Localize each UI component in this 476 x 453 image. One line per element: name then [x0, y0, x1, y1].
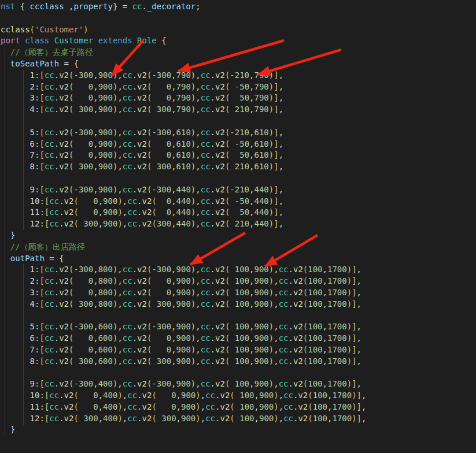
code-line: 4:[cc.v2( 300,900),cc.v2( 300,790),cc.v2…	[1, 104, 366, 116]
code-line: 11:[cc.v2( 0,900),cc.v2( 0,440),cc.v2( 5…	[1, 207, 366, 218]
code-line: //（顾客）去桌子路径	[1, 47, 366, 58]
code-line: 12:[cc.v2( 300,900),cc.v2(300,440),cc.v2…	[1, 218, 366, 230]
code-line: }	[1, 230, 366, 242]
code-line: 12:[cc.v2( 300,400),cc.v2( 300,900),cc.v…	[1, 413, 366, 425]
code-line: //（顾客）出店路径	[1, 242, 366, 253]
code-line: 1:[cc.v2(-300,800),cc.v2(-300,900),cc.v2…	[1, 264, 366, 276]
code-editor[interactable]: nst { ccclass ,property} = cc._decorator…	[1, 1, 366, 447]
code-line: 11:[cc.v2( 0,400),cc.v2( 0,900),cc.v2( 1…	[1, 402, 366, 413]
code-line: outPath = {	[1, 253, 366, 265]
code-line: toSeatPath = {	[1, 58, 366, 70]
code-line	[1, 116, 366, 127]
code-line: 9:[cc.v2(-300,900),cc.v2(-300,440),cc.v2…	[1, 184, 366, 196]
code-line: }	[1, 424, 366, 436]
code-line: 1:[cc.v2(-300,900),cc.v2(-300,790),cc.v2…	[1, 70, 366, 81]
code-line: 10:[cc.v2( 0,900),cc.v2( 0,440),cc.v2( -…	[1, 196, 366, 207]
code-line	[1, 310, 366, 322]
code-line: nst { ccclass ,property} = cc._decorator…	[1, 1, 366, 13]
code-line: 3:[cc.v2( 0,900),cc.v2( 0,790),cc.v2( 50…	[1, 92, 366, 104]
code-line	[1, 436, 366, 447]
code-line: 8:[cc.v2( 300,900),cc.v2( 300,610),cc.v2…	[1, 161, 366, 173]
code-line	[1, 13, 366, 24]
code-line: 3:[cc.v2( 0,800),cc.v2( 0,900),cc.v2( 10…	[1, 287, 366, 299]
code-line: 6:[cc.v2( 0,900),cc.v2( 0,610),cc.v2( -5…	[1, 139, 366, 150]
code-line	[1, 367, 366, 379]
code-line: 5:[cc.v2(-300,900),cc.v2(-300,610),cc.v2…	[1, 127, 366, 139]
code-line: 9:[cc.v2(-300,400),cc.v2(-300,900),cc.v2…	[1, 378, 366, 390]
code-line: 7:[cc.v2( 0,600),cc.v2( 0,900),cc.v2( 10…	[1, 344, 366, 356]
code-line	[1, 173, 366, 184]
code-line: 5:[cc.v2(-300,600),cc.v2(-300,900),cc.v2…	[1, 321, 366, 333]
code-line: 2:[cc.v2( 0,900),cc.v2( 0,790),cc.v2( -5…	[1, 81, 366, 93]
code-line: 4:[cc.v2( 300,800),cc.v2( 300,900),cc.v2…	[1, 299, 366, 310]
code-line: 2:[cc.v2( 0,800),cc.v2( 0,900),cc.v2( 10…	[1, 276, 366, 287]
code-line: 10:[cc.v2( 0,400),cc.v2( 0,900),cc.v2( 1…	[1, 390, 366, 402]
editor-screen: nst { ccclass ,property} = cc._decorator…	[0, 0, 476, 453]
code-line: cclass('Customer')	[1, 24, 366, 36]
code-line: 7:[cc.v2( 0,900),cc.v2( 0,610),cc.v2( 50…	[1, 150, 366, 161]
code-line: 8:[cc.v2( 300,600),cc.v2( 300,900),cc.v2…	[1, 356, 366, 367]
code-line: 6:[cc.v2( 0,600),cc.v2( 0,900),cc.v2( 10…	[1, 333, 366, 344]
code-line: port class Customer extends Role {	[1, 35, 366, 47]
